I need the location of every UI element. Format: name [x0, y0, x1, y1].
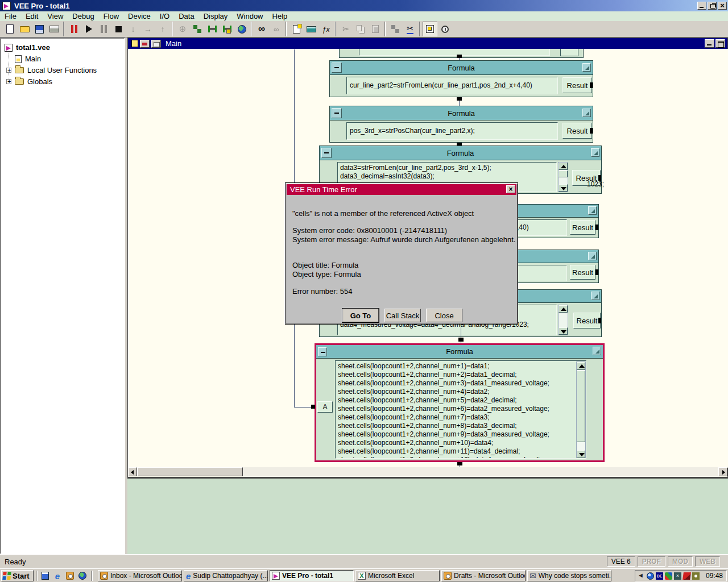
clean-up-lines-icon[interactable]	[388, 22, 403, 36]
error-dialog-close-icon[interactable]: ×	[506, 185, 515, 193]
paste-icon[interactable]	[368, 22, 383, 36]
resize-box-icon[interactable]	[591, 148, 599, 157]
messenger-icon[interactable]	[665, 572, 672, 580]
scroll-right-icon[interactable]	[718, 467, 727, 476]
find-icon[interactable]	[254, 22, 269, 36]
tree-item-globals[interactable]: Globals	[6, 77, 52, 86]
find-next-icon[interactable]	[269, 22, 284, 36]
close-dialog-button[interactable]: Close	[426, 309, 462, 322]
panel-view-icon[interactable]	[423, 22, 437, 36]
stop-icon[interactable]	[111, 22, 126, 36]
error-dialog-titlebar[interactable]: VEE Run Time Error	[287, 184, 516, 195]
volume-icon[interactable]	[638, 572, 645, 580]
resize-box-icon[interactable]	[593, 347, 601, 355]
result-output-tab[interactable]: Result	[562, 77, 592, 93]
show-data-flow-icon[interactable]	[190, 22, 205, 36]
resize-box-icon[interactable]	[588, 252, 597, 260]
menu-item[interactable]: Device	[123, 11, 155, 21]
box-scrollbar[interactable]	[558, 305, 568, 335]
pan-icon[interactable]	[175, 22, 190, 36]
menu-item[interactable]: Data	[174, 11, 198, 21]
step-over-icon[interactable]	[140, 22, 155, 36]
tree-root[interactable]: total1.vee	[5, 43, 50, 52]
resume-icon[interactable]	[96, 22, 111, 36]
antivirus-icon[interactable]	[674, 572, 681, 580]
restore-button[interactable]	[708, 2, 717, 10]
resize-box-icon[interactable]	[588, 206, 597, 215]
child-maximize-button[interactable]	[715, 39, 725, 48]
start-button[interactable]: Start	[1, 570, 34, 581]
formula-field[interactable]: sheet.cells(loopcount1+2,channel_num+1)=…	[335, 360, 586, 459]
resize-box-icon[interactable]	[591, 292, 599, 300]
quick-launch-browser-icon[interactable]	[77, 571, 88, 580]
menu-item[interactable]: File	[0, 11, 21, 21]
quick-launch-desktop-icon[interactable]	[40, 571, 50, 580]
scroll-left-icon[interactable]	[128, 467, 137, 476]
result-output-tab[interactable]: Result	[570, 220, 595, 235]
copy-icon[interactable]	[353, 22, 368, 36]
quick-launch-ie-icon[interactable]	[52, 571, 63, 580]
formula-field[interactable]: pos_3rd_x=strPosChar(cur_line_part2,x);	[346, 122, 558, 140]
quick-launch-outlook-icon[interactable]	[65, 571, 75, 580]
resize-box-icon[interactable]	[582, 63, 591, 72]
box-scrollbar[interactable]	[558, 162, 568, 192]
save-icon[interactable]	[32, 22, 47, 36]
task-sudip-message[interactable]: Sudip Chattopadhyay (...	[184, 570, 268, 581]
scroll-up-icon[interactable]	[559, 163, 568, 170]
formula-field[interactable]: cur_line_part2=strFromLen(cur_line_part1…	[346, 77, 558, 94]
scroll-thumb[interactable]	[137, 467, 243, 476]
cut-icon[interactable]	[338, 22, 353, 36]
main-window-titlebar[interactable]: Main	[128, 38, 727, 49]
menu-item[interactable]: Help	[268, 11, 292, 21]
minimize-box-icon[interactable]	[332, 108, 342, 118]
formula-box-sheet-cells[interactable]: Formula A sheet.cells(loopcount1+2,chann…	[315, 343, 605, 462]
step-out-icon[interactable]	[155, 22, 170, 36]
print-icon[interactable]	[47, 22, 61, 36]
step-into-icon[interactable]	[126, 22, 140, 36]
formula-box-titlebar[interactable]: Formula	[316, 345, 603, 359]
tree-item-main[interactable]: Main	[15, 55, 41, 63]
formula-box-titlebar[interactable]: Formula	[330, 106, 593, 120]
close-button[interactable]	[718, 2, 727, 10]
web-icon[interactable]	[234, 22, 249, 36]
result-output-tab[interactable]: Result	[573, 313, 601, 329]
function-builder-icon[interactable]	[318, 22, 333, 36]
delete-lines-icon[interactable]	[403, 22, 417, 36]
scroll-up-icon[interactable]	[559, 305, 568, 313]
result-output-tab[interactable]: Result	[570, 265, 595, 280]
menu-item[interactable]: Display	[199, 11, 233, 21]
scroll-up-icon[interactable]	[577, 362, 585, 370]
media-player-icon[interactable]	[682, 572, 691, 580]
call-stack-button[interactable]: Call Stack	[384, 309, 421, 322]
formula-box-titlebar[interactable]: Formula	[320, 146, 601, 160]
menu-item[interactable]: Flow	[99, 11, 123, 21]
reconnect-objects-icon[interactable]	[220, 22, 234, 36]
pause-icon[interactable]	[67, 22, 81, 36]
scheduler-icon[interactable]	[692, 572, 700, 580]
task-vee-pro[interactable]: VEE Pro - total1	[270, 570, 354, 581]
scroll-down-icon[interactable]	[577, 450, 585, 458]
task-why-code-stops[interactable]: Why code stops someti...	[527, 570, 611, 581]
menu-item[interactable]: View	[43, 11, 68, 21]
tree-item-local-user-functions[interactable]: Local User Functions	[6, 66, 97, 74]
scroll-thumb[interactable]	[559, 171, 568, 177]
connect-objects-icon[interactable]	[205, 22, 220, 36]
minimize-box-icon[interactable]	[332, 63, 342, 73]
run-icon[interactable]	[81, 22, 96, 36]
expand-plus-icon[interactable]	[6, 68, 11, 73]
task-excel[interactable]: Microsoft Excel	[355, 570, 440, 581]
expand-plus-icon[interactable]	[6, 79, 11, 84]
properties-icon[interactable]	[289, 22, 304, 36]
resize-box-icon[interactable]	[582, 109, 591, 117]
scroll-thumb[interactable]	[577, 371, 585, 442]
detail-view-button[interactable]	[140, 40, 150, 48]
formula-box-1[interactable]: Formula cur_line_part2=strFromLen(cur_li…	[329, 60, 593, 97]
menu-item[interactable]: Debug	[68, 11, 98, 21]
minimize-box-icon[interactable]	[318, 347, 327, 356]
minimize-button[interactable]	[697, 2, 706, 10]
scroll-down-icon[interactable]	[559, 184, 568, 192]
keyboard-layout-de-icon[interactable]: DE	[656, 572, 663, 580]
io-control-icon[interactable]	[647, 572, 654, 580]
menu-item[interactable]: I/O	[155, 11, 174, 21]
formula-box-titlebar[interactable]: Formula	[330, 61, 593, 75]
